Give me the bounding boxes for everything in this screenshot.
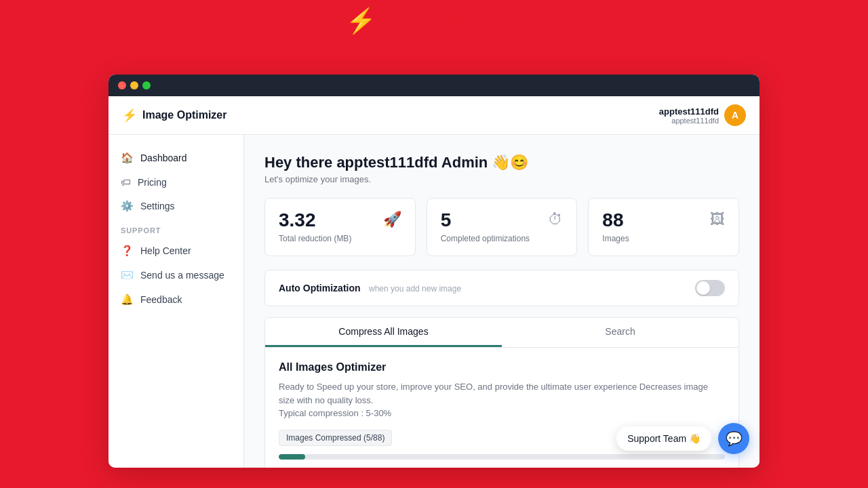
auto-opt-sublabel: when you add new image (369, 284, 461, 293)
stat-label-optimizations: Completed optimizations (441, 234, 530, 243)
brand-title: Pix Optimizer (383, 9, 522, 34)
app-wrapper: ⚡ Image Optimizer apptest111dfd apptest1… (108, 96, 760, 468)
welcome-title: Hey there apptest111dfd Admin 👋😊 (264, 154, 739, 171)
main-content: Hey there apptest111dfd Admin 👋😊 Let's o… (244, 135, 760, 468)
sidebar-item-help-center[interactable]: ❓ Help Center (108, 239, 243, 263)
sidebar-item-send-message[interactable]: ✉️ Send us a message (108, 263, 243, 287)
optimizer-title: All Images Optimizer (279, 361, 725, 373)
sidebar: 🏠 Dashboard 🏷 Pricing ⚙️ Settings SUPPOR… (108, 135, 244, 468)
support-team-bubble[interactable]: Support Team 👋 (616, 426, 711, 451)
help-center-icon: ❓ (121, 245, 134, 257)
sidebar-item-dashboard[interactable]: 🏠 Dashboard (108, 146, 243, 170)
sidebar-item-label-message: Send us a message (140, 270, 224, 281)
sidebar-item-label-settings: Settings (140, 201, 175, 211)
progress-bar-container (279, 454, 725, 460)
feedback-icon: 🔔 (121, 293, 134, 306)
optimizer-desc: Ready to Speed up your store, improve yo… (279, 380, 725, 420)
pricing-icon: 🏷 (121, 176, 131, 188)
stat-value-images: 88 (602, 211, 629, 230)
top-bar: ⚡ Image Optimizer apptest111dfd apptest1… (108, 96, 760, 135)
tab-compress[interactable]: Compress All Images (265, 318, 502, 347)
sidebar-item-label-feedback: Feedback (140, 294, 182, 305)
app-brand-name: Image Optimizer (142, 109, 226, 121)
toggle-thumb (696, 281, 710, 295)
sidebar-item-pricing[interactable]: 🏷 Pricing (108, 170, 243, 194)
sidebar-item-feedback[interactable]: 🔔 Feedback (108, 287, 243, 312)
message-icon: ✉️ (121, 269, 134, 281)
stat-value-optimizations: 5 (441, 211, 530, 230)
chat-button[interactable]: 💬 (718, 423, 749, 454)
stat-label-images: Images (602, 234, 629, 243)
auto-optimization-bar: Auto Optimization when you add new image (264, 270, 739, 306)
sidebar-item-label-help: Help Center (140, 245, 191, 256)
stat-card-images: 88 Images 🖼 (588, 198, 739, 256)
browser-dot-close[interactable] (118, 81, 126, 89)
stat-icon-optimizations: ⏱ (548, 211, 563, 228)
browser-chrome (108, 75, 760, 96)
user-info: apptest111dfd apptest111dfd A (659, 104, 746, 126)
main-area: 🏠 Dashboard 🏷 Pricing ⚙️ Settings SUPPOR… (108, 135, 760, 468)
auto-optimization-toggle[interactable] (695, 280, 725, 296)
stats-row: 3.32 Total reduction (MB) 🚀 5 Completed … (264, 198, 739, 256)
user-details: apptest111dfd apptest111dfd (659, 106, 719, 125)
support-widget: Support Team 👋 💬 (616, 423, 749, 454)
avatar: A (724, 104, 746, 126)
dashboard-icon: 🏠 (121, 152, 134, 164)
stat-card-optimizations: 5 Completed optimizations ⏱ (427, 198, 578, 256)
stat-card-reduction: 3.32 Total reduction (MB) 🚀 (264, 198, 416, 256)
auto-opt-label: Auto Optimization (279, 283, 361, 293)
stat-icon-images: 🖼 (710, 211, 725, 228)
user-name: apptest111dfd (659, 106, 719, 117)
stat-icon-reduction: 🚀 (383, 211, 401, 228)
sidebar-item-settings[interactable]: ⚙️ Settings (108, 194, 243, 218)
stat-label-reduction: Total reduction (MB) (279, 234, 351, 243)
sidebar-item-label-dashboard: Dashboard (140, 152, 187, 163)
browser-window: ⚡ Image Optimizer apptest111dfd apptest1… (108, 75, 760, 468)
brand-header: ⚡ Pix Optimizer (346, 7, 522, 35)
browser-dot-minimize[interactable] (130, 81, 138, 89)
settings-icon: ⚙️ (121, 200, 134, 212)
tab-search[interactable]: Search (502, 318, 738, 347)
app-brand: ⚡ Image Optimizer (122, 108, 226, 123)
sidebar-support-section: SUPPORT (108, 218, 243, 239)
user-email: apptest111dfd (659, 117, 719, 125)
app-brand-icon: ⚡ (122, 108, 137, 123)
welcome-subtitle: Let's optimize your images. (264, 174, 739, 184)
brand-logo-icon: ⚡ (346, 7, 376, 35)
stat-value-reduction: 3.32 (279, 211, 351, 230)
sidebar-item-label-pricing: Pricing (138, 177, 167, 188)
compressed-badge: Images Compressed (5/88) (279, 430, 392, 446)
tabs-header: Compress All Images Search (265, 318, 738, 348)
chat-icon: 💬 (726, 430, 743, 447)
browser-dot-maximize[interactable] (142, 81, 151, 89)
progress-bar-fill (279, 454, 305, 460)
